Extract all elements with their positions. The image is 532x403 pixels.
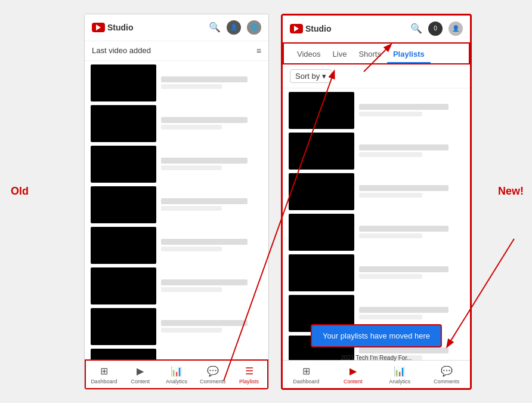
video-thumb	[91, 186, 156, 223]
list-item	[91, 64, 262, 101]
analytics-label: Analytics	[389, 379, 410, 384]
new-notification-icon[interactable]: 0	[428, 21, 443, 36]
video-thumb	[289, 92, 354, 129]
old-phone: Studio 🔍 👤 🌐 Last video added ≡ ⊞ Dashbo…	[84, 14, 269, 390]
new-tabs-bar: Videos Live Shorts Playlists	[283, 42, 470, 64]
new-video-list	[283, 88, 470, 360]
video-sub	[359, 193, 422, 198]
video-thumb	[91, 308, 156, 345]
video-thumb	[289, 254, 354, 291]
video-sub	[359, 112, 422, 116]
dashboard-label: Dashboard	[293, 379, 319, 384]
old-header-icons: 🔍 👤 🌐	[209, 20, 261, 35]
content-icon: ▶	[349, 365, 357, 377]
new-header: Studio 🔍 0 👤	[283, 16, 470, 42]
video-sub	[161, 165, 222, 170]
new-studio-text: Studio	[305, 24, 332, 33]
old-video-list	[85, 61, 268, 359]
list-item	[91, 186, 262, 223]
old-sort-text: Last video added	[92, 46, 256, 55]
dashboard-icon: ⊞	[100, 365, 108, 377]
toast-notification: Your playlists have moved here	[311, 324, 442, 347]
old-search-icon[interactable]: 🔍	[209, 21, 221, 33]
video-title	[359, 185, 449, 191]
new-sort-by-row: Sort by ▾	[283, 64, 470, 88]
video-info	[161, 117, 262, 130]
video-sub	[359, 315, 422, 319]
new-yt-logo: Studio	[290, 24, 332, 33]
sort-by-button[interactable]: Sort by ▾	[290, 69, 332, 83]
new-nav-comments[interactable]: 💬 Comments	[423, 361, 471, 388]
analytics-icon: 📊	[171, 365, 183, 377]
video-sub	[359, 274, 422, 279]
comments-label: Comments	[434, 379, 460, 384]
old-avatar2-icon[interactable]: 🌐	[247, 20, 261, 35]
video-info	[161, 158, 262, 170]
content-label: Content	[344, 379, 363, 384]
new-nav-content[interactable]: ▶ Content	[330, 361, 377, 388]
video-info	[161, 198, 262, 211]
new-header-icons: 🔍 0 👤	[410, 21, 463, 36]
video-sub	[161, 247, 222, 251]
comments-label: Comments	[200, 379, 226, 384]
video-title	[161, 239, 248, 245]
old-nav-content[interactable]: ▶ Content	[122, 361, 159, 388]
new-search-icon[interactable]: 🔍	[410, 23, 422, 34]
old-nav-comments[interactable]: 💬 Comments	[194, 361, 231, 388]
comments-icon: 💬	[207, 365, 219, 377]
video-info	[359, 226, 464, 238]
old-yt-logo: Studio	[92, 23, 134, 32]
video-info	[359, 266, 464, 279]
video-info	[359, 307, 464, 319]
video-title	[161, 76, 248, 82]
tab-playlists[interactable]: Playlists	[387, 44, 431, 63]
dashboard-icon: ⊞	[302, 365, 310, 377]
video-sub	[161, 206, 222, 211]
list-item	[289, 173, 464, 210]
video-thumb	[91, 105, 156, 142]
video-sub	[161, 84, 222, 89]
video-info	[161, 320, 262, 333]
dashboard-label: Dashboard	[91, 379, 117, 384]
old-sort-icon[interactable]: ≡	[256, 46, 261, 56]
video-sub	[161, 328, 222, 333]
old-avatar-icon[interactable]: 👤	[227, 20, 241, 35]
video-thumb	[289, 214, 354, 251]
video-title	[161, 320, 248, 326]
video-info	[359, 104, 464, 116]
list-item	[91, 349, 262, 359]
old-nav-playlists[interactable]: ☰ Playlists	[231, 361, 267, 388]
old-bottom-nav: ⊞ Dashboard ▶ Content 📊 Analytics 💬 Comm…	[85, 359, 268, 389]
list-item	[91, 227, 262, 264]
new-avatar-icon[interactable]: 👤	[449, 21, 463, 36]
old-yt-icon	[92, 23, 105, 32]
old-nav-analytics[interactable]: 📊 Analytics	[159, 361, 195, 388]
video-sub	[161, 287, 222, 292]
list-item	[289, 254, 464, 291]
video-info	[161, 279, 262, 292]
video-title	[359, 266, 449, 272]
old-nav-dashboard[interactable]: ⊞ Dashboard	[86, 361, 122, 388]
video-title	[161, 198, 248, 204]
old-studio-text: Studio	[107, 23, 134, 32]
video-info	[161, 239, 262, 251]
list-item	[91, 146, 262, 183]
content-icon: ▶	[137, 365, 144, 377]
new-phone: Studio 🔍 0 👤 Videos Live Shorts Playlist…	[281, 14, 472, 390]
playlists-icon: ☰	[245, 365, 253, 377]
analytics-icon: 📊	[394, 365, 406, 377]
list-item	[91, 105, 262, 142]
video-thumb	[289, 173, 354, 210]
tab-live[interactable]: Live	[327, 44, 353, 63]
playlists-label: Playlists	[239, 379, 259, 384]
new-nav-analytics[interactable]: 📊 Analytics	[376, 361, 423, 388]
video-info	[359, 185, 464, 198]
tab-shorts[interactable]: Shorts	[352, 44, 387, 63]
video-sub	[359, 233, 422, 238]
tab-videos[interactable]: Videos	[291, 44, 327, 63]
new-nav-dashboard[interactable]: ⊞ Dashboard	[283, 361, 330, 388]
old-label: Old	[11, 185, 29, 198]
video-title	[359, 104, 449, 110]
list-item	[91, 267, 262, 304]
video-thumb	[91, 267, 156, 304]
